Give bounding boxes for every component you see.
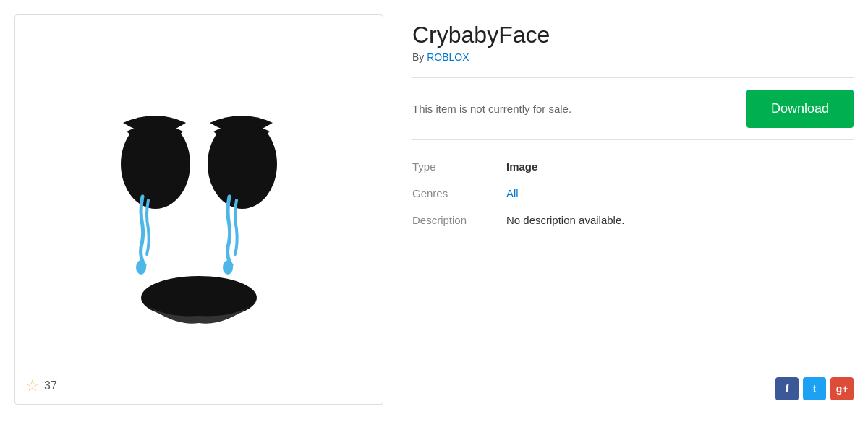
info-panel: CrybabyFace By ROBLOX This item is not c… xyxy=(405,14,854,408)
author-by-label: By xyxy=(412,51,424,63)
social-row: f t g+ xyxy=(412,363,854,400)
image-panel: ☆ 37 xyxy=(14,14,383,405)
twitter-button[interactable]: t xyxy=(803,377,826,400)
description-label: Description xyxy=(412,207,506,233)
item-title: CrybabyFace xyxy=(412,22,854,48)
svg-point-3 xyxy=(136,260,146,275)
type-label: Type xyxy=(412,153,506,180)
facebook-button[interactable]: f xyxy=(775,377,799,400)
sale-row: This item is not currently for sale. Dow… xyxy=(412,77,854,140)
author-link[interactable]: ROBLOX xyxy=(427,51,469,63)
svg-point-4 xyxy=(223,260,233,275)
genres-link[interactable]: All xyxy=(506,187,519,199)
item-image xyxy=(22,22,375,371)
download-button[interactable]: Download xyxy=(746,90,854,128)
not-for-sale-text: This item is not currently for sale. xyxy=(412,103,571,115)
genres-row: Genres All xyxy=(412,180,854,207)
description-value: No description available. xyxy=(506,207,854,233)
rating-count: 37 xyxy=(44,379,57,392)
googleplus-button[interactable]: g+ xyxy=(830,377,854,400)
image-footer: ☆ 37 xyxy=(22,371,375,397)
item-author: By ROBLOX xyxy=(412,51,854,63)
type-row: Type Image xyxy=(412,153,854,180)
svg-point-1 xyxy=(131,133,180,202)
genres-label: Genres xyxy=(412,180,506,207)
genres-value: All xyxy=(506,180,854,207)
page-container: ☆ 37 CrybabyFace By ROBLOX This item is … xyxy=(0,0,868,422)
star-icon[interactable]: ☆ xyxy=(25,376,40,395)
description-row: Description No description available. xyxy=(412,207,854,233)
details-table: Type Image Genres All Description No des… xyxy=(412,153,854,233)
type-value: Image xyxy=(506,153,854,180)
